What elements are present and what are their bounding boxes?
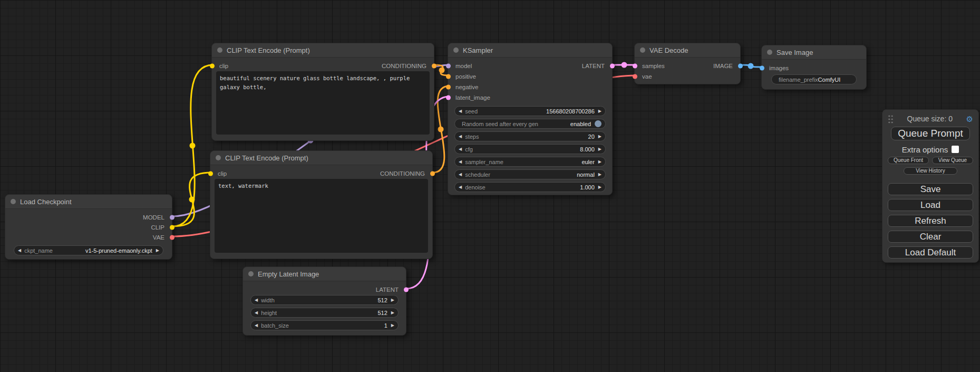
increment-arrow-icon[interactable]: ▶ <box>598 185 601 189</box>
widget-value: 20 <box>588 133 595 140</box>
input-label: samples <box>635 63 665 69</box>
conditioning-output-slot[interactable] <box>432 64 436 69</box>
node-status-dot-icon <box>216 155 221 160</box>
negative-input-slot[interactable] <box>446 85 451 90</box>
drag-handle-icon[interactable] <box>888 115 894 123</box>
steps-widget[interactable]: ◀ steps 20 ▶ <box>454 131 606 141</box>
scheduler-widget[interactable]: ◀ scheduler normal ▶ <box>454 169 606 179</box>
increment-arrow-icon[interactable]: ▶ <box>391 323 394 328</box>
batch-size-widget[interactable]: ◀ batch_size 1 ▶ <box>250 320 399 330</box>
node-title-bar[interactable]: Empty Latent Image <box>243 267 406 281</box>
clip-input-slot[interactable] <box>208 171 213 176</box>
node-title-bar[interactable]: KSampler <box>448 43 612 58</box>
node-vae-decode[interactable]: VAE Decode samples IMAGE vae <box>634 43 741 84</box>
widget-label: sampler_name <box>465 159 503 165</box>
increment-arrow-icon[interactable]: ▶ <box>391 298 394 302</box>
image-output-slot[interactable] <box>738 64 743 69</box>
conditioning-output-slot[interactable] <box>430 171 435 176</box>
samples-input-slot[interactable] <box>633 64 637 69</box>
decrement-arrow-icon[interactable]: ◀ <box>18 249 21 253</box>
queue-panel[interactable]: Queue size: 0 ⚙ Queue Prompt Extra optio… <box>882 109 979 263</box>
decrement-arrow-icon[interactable]: ◀ <box>255 311 258 315</box>
increment-arrow-icon[interactable]: ▶ <box>598 173 601 177</box>
decrement-arrow-icon[interactable]: ◀ <box>459 185 462 189</box>
refresh-button[interactable]: Refresh <box>888 215 973 227</box>
queue-front-button[interactable]: Queue Front <box>888 157 929 164</box>
positive-input-slot[interactable] <box>446 74 451 79</box>
queue-prompt-button[interactable]: Queue Prompt <box>891 127 970 140</box>
decrement-arrow-icon[interactable]: ◀ <box>459 160 462 164</box>
vae-input-slot[interactable] <box>633 74 637 79</box>
save-button[interactable]: Save <box>888 183 973 195</box>
gear-icon[interactable]: ⚙ <box>966 115 973 123</box>
widget-label: ckpt_name <box>24 247 53 254</box>
height-widget[interactable]: ◀ height 512 ▶ <box>250 308 399 318</box>
comfyui-canvas[interactable]: { "colors": { "model": "#b39ddb", "clip"… <box>0 0 980 372</box>
decrement-arrow-icon[interactable]: ◀ <box>459 173 462 177</box>
clip-output-slot[interactable] <box>170 225 174 230</box>
ckpt-name-widget[interactable]: ◀ ckpt_name v1-5-pruned-emaonly.ckpt ▶ <box>14 245 163 255</box>
node-ksampler[interactable]: KSampler model LATENT positive negative … <box>448 43 613 195</box>
node-body: model LATENT positive negative latent_im… <box>448 58 612 192</box>
extra-options-checkbox[interactable] <box>952 146 959 153</box>
output-label: LATENT <box>376 287 406 293</box>
node-empty-latent-image[interactable]: Empty Latent Image LATENT ◀ width 512 ▶ … <box>242 266 406 336</box>
node-title-bar[interactable]: CLIP Text Encode (Prompt) <box>212 43 434 58</box>
prompt-textarea[interactable]: beautiful scenery nature glass bottle la… <box>216 71 430 135</box>
node-body: LATENT ◀ width 512 ▶ ◀ height 512 ▶ ◀ ba… <box>243 281 406 330</box>
widget-value: 8.000 <box>580 146 595 152</box>
filename-prefix-widget[interactable]: filename_prefix ComfyUI <box>771 74 857 84</box>
model-output-slot[interactable] <box>170 215 174 220</box>
view-queue-button[interactable]: View Queue <box>932 157 973 164</box>
increment-arrow-icon[interactable]: ▶ <box>598 109 601 113</box>
images-input-slot[interactable] <box>760 66 764 71</box>
sampler-name-widget[interactable]: ◀ sampler_name euler ▶ <box>454 157 606 167</box>
node-save-image[interactable]: Save Image images filename_prefix ComfyU… <box>761 45 867 90</box>
load-button[interactable]: Load <box>888 199 973 211</box>
latent-output-slot[interactable] <box>404 288 409 292</box>
decrement-arrow-icon[interactable]: ◀ <box>459 147 462 151</box>
prompt-textarea[interactable]: text, watermark <box>215 179 428 253</box>
node-title: CLIP Text Encode (Prompt) <box>225 154 308 162</box>
increment-arrow-icon[interactable]: ▶ <box>598 147 601 151</box>
denoise-widget[interactable]: ◀ denoise 1.000 ▶ <box>454 182 606 192</box>
decrement-arrow-icon[interactable]: ◀ <box>255 323 258 328</box>
increment-arrow-icon[interactable]: ▶ <box>156 249 159 253</box>
cfg-widget[interactable]: ◀ cfg 8.000 ▶ <box>454 144 606 154</box>
load-default-button[interactable]: Load Default <box>888 246 973 259</box>
input-label: vae <box>635 73 652 80</box>
clip-input-slot[interactable] <box>210 64 215 69</box>
seed-widget[interactable]: ◀ seed 156680208700286 ▶ <box>454 106 606 116</box>
node-status-dot-icon <box>217 47 222 53</box>
output-label: LATENT <box>582 63 612 69</box>
increment-arrow-icon[interactable]: ▶ <box>391 311 394 315</box>
input-label: images <box>762 65 789 71</box>
decrement-arrow-icon[interactable]: ◀ <box>459 135 462 139</box>
node-load-checkpoint[interactable]: Load Checkpoint MODEL CLIP VAE ◀ ckpt_na… <box>5 194 172 260</box>
node-title-bar[interactable]: Save Image <box>762 45 866 60</box>
node-clip-text-encode-positive[interactable]: CLIP Text Encode (Prompt) clip CONDITION… <box>211 43 434 141</box>
toggle-icon[interactable] <box>595 120 601 127</box>
output-label: MODEL <box>143 214 172 221</box>
decrement-arrow-icon[interactable]: ◀ <box>459 109 462 113</box>
input-row-positive: positive <box>448 71 612 82</box>
node-clip-text-encode-negative[interactable]: CLIP Text Encode (Prompt) clip CONDITION… <box>210 150 433 259</box>
io-row: clip CONDITIONING <box>212 61 434 71</box>
node-title: Save Image <box>777 49 813 56</box>
random-seed-widget[interactable]: Random seed after every gen enabled <box>454 119 606 129</box>
latent-image-input-slot[interactable] <box>446 96 451 100</box>
extra-options-row: Extra options <box>882 145 978 154</box>
width-widget[interactable]: ◀ width 512 ▶ <box>250 295 399 305</box>
increment-arrow-icon[interactable]: ▶ <box>598 160 601 164</box>
latent-output-slot[interactable] <box>610 64 615 69</box>
clear-button[interactable]: Clear <box>888 231 973 243</box>
extra-options-label: Extra options <box>902 145 948 154</box>
vae-output-slot[interactable] <box>170 235 174 240</box>
decrement-arrow-icon[interactable]: ◀ <box>255 298 258 302</box>
model-input-slot[interactable] <box>446 64 451 69</box>
increment-arrow-icon[interactable]: ▶ <box>598 135 601 139</box>
node-title-bar[interactable]: CLIP Text Encode (Prompt) <box>210 151 432 165</box>
node-title-bar[interactable]: VAE Decode <box>635 43 740 58</box>
view-history-button[interactable]: View History <box>904 167 957 175</box>
node-title-bar[interactable]: Load Checkpoint <box>5 195 172 209</box>
